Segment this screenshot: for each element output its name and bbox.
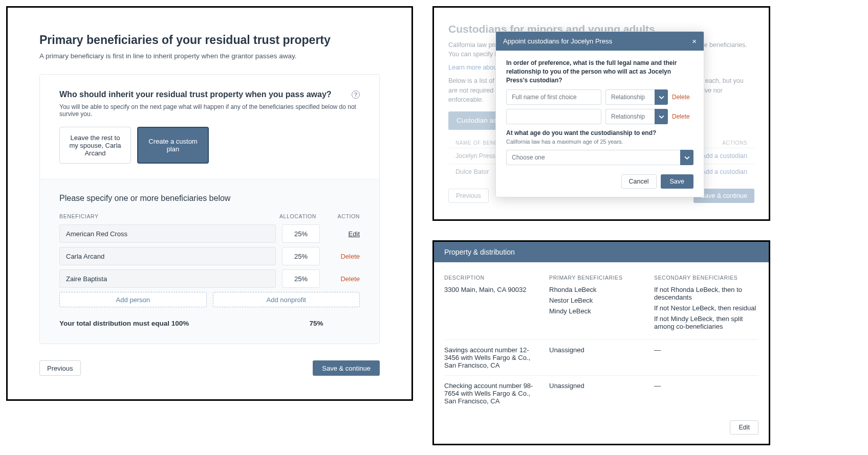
primary-cell: Unassigned bbox=[549, 382, 654, 405]
save-button[interactable]: Save bbox=[661, 174, 694, 189]
beneficiary-row: Edit bbox=[59, 224, 360, 243]
col-secondary: SECONDARY BENEFICIARIES bbox=[654, 275, 758, 281]
appoint-custodian-modal: Appoint custodians for Jocelyn Press × I… bbox=[495, 31, 704, 197]
delete-link[interactable]: Delete bbox=[340, 253, 360, 260]
page-subtitle: A primary beneficiary is first in line t… bbox=[39, 52, 380, 60]
modal-question1: In order of preference, what is the full… bbox=[506, 59, 693, 84]
secondary-beneficiary: If not Nestor LeBeck, then residual bbox=[654, 304, 758, 312]
plan-leave-to-spouse[interactable]: Leave the rest to my spouse, Carla Arcan… bbox=[59, 127, 131, 164]
col-beneficiary: BENEFICIARY bbox=[59, 213, 276, 219]
chevron-down-icon[interactable] bbox=[655, 89, 668, 105]
second-choice-input[interactable] bbox=[506, 109, 601, 124]
secondary-cell: — bbox=[654, 346, 758, 369]
description-cell: 3300 Main, Main, CA 90032 bbox=[444, 286, 549, 333]
beneficiary-row: Delete bbox=[59, 269, 360, 288]
secondary-cell: — bbox=[654, 382, 758, 405]
col-allocation: ALLOCATION bbox=[276, 213, 320, 219]
allocation-input[interactable] bbox=[282, 269, 320, 288]
primary-beneficiary: Nestor LeBeck bbox=[549, 297, 647, 304]
delete-link[interactable]: Delete bbox=[340, 275, 360, 283]
help-icon[interactable]: ? bbox=[352, 90, 360, 99]
primary-cell: Rhonda LeBeckNestor LeBeckMindy LeBeck bbox=[549, 286, 654, 333]
modal-note: California law has a maximum age of 25 y… bbox=[506, 139, 693, 145]
page-title: Primary beneficiaries of your residual t… bbox=[39, 33, 380, 47]
chevron-down-icon[interactable] bbox=[655, 109, 668, 124]
property-row: Checking account number 98-7654 with Wel… bbox=[444, 375, 758, 411]
inherit-note: You will be able to specify on the next … bbox=[59, 103, 360, 118]
specify-heading: Please specify one or more beneficiaries… bbox=[59, 194, 360, 203]
property-row: 3300 Main, Main, CA 90032Rhonda LeBeckNe… bbox=[444, 286, 758, 339]
delete-row-link[interactable]: Delete bbox=[672, 94, 693, 101]
custodians-panel: Custodians for minors and young adults C… bbox=[432, 6, 770, 221]
close-icon[interactable]: × bbox=[692, 37, 697, 46]
col-description: DESCRIPTION bbox=[444, 275, 549, 281]
col-action: ACTION bbox=[320, 213, 360, 219]
beneficiaries-card: Who should inherit your residual trust p… bbox=[39, 74, 380, 344]
relationship-select[interactable]: Relationship bbox=[605, 89, 655, 105]
primary-beneficiary: Mindy LeBeck bbox=[549, 307, 647, 315]
plan-custom[interactable]: Create a custom plan bbox=[137, 127, 209, 164]
beneficiary-name-input[interactable] bbox=[59, 269, 276, 288]
modal-title: Appoint custodians for Jocelyn Press bbox=[503, 37, 612, 45]
age-select[interactable]: Choose one bbox=[506, 150, 680, 165]
property-distribution-panel: Property & distribution DESCRIPTION PRIM… bbox=[432, 240, 770, 445]
modal-question2: At what age do you want the custodianshi… bbox=[506, 129, 693, 136]
beneficiary-row: Delete bbox=[59, 247, 360, 265]
secondary-beneficiary: If not Rhonda LeBeck, then to descendant… bbox=[654, 286, 758, 301]
description-cell: Savings account number 12-3456 with Well… bbox=[444, 346, 549, 369]
inherit-question: Who should inherit your residual trust p… bbox=[59, 90, 352, 99]
primary-beneficiary: Unassigned bbox=[549, 382, 647, 390]
add-person-button[interactable]: Add person bbox=[59, 292, 207, 307]
secondary-beneficiary: If not Mindy LeBeck, then split among co… bbox=[654, 315, 758, 330]
beneficiary-name-input[interactable] bbox=[59, 224, 276, 243]
panel-header: Property & distribution bbox=[434, 242, 769, 262]
primary-cell: Unassigned bbox=[549, 346, 654, 369]
property-row: Savings account number 12-3456 with Well… bbox=[444, 339, 758, 375]
cancel-button[interactable]: Cancel bbox=[621, 174, 657, 189]
beneficiary-name-input[interactable] bbox=[59, 247, 276, 265]
col-primary: PRIMARY BENEFICIARIES bbox=[549, 275, 654, 281]
total-value: 75% bbox=[273, 320, 360, 327]
save-continue-button[interactable]: Save & continue bbox=[313, 360, 380, 376]
relationship-select[interactable]: Relationship bbox=[605, 109, 655, 124]
allocation-input[interactable] bbox=[282, 224, 320, 243]
previous-button[interactable]: Previous bbox=[448, 189, 489, 203]
secondary-beneficiary: — bbox=[654, 382, 758, 390]
delete-row-link[interactable]: Delete bbox=[672, 113, 693, 120]
add-nonprofit-button[interactable]: Add nonprofit bbox=[213, 292, 360, 307]
edit-link[interactable]: Edit bbox=[349, 230, 360, 238]
primary-beneficiary: Rhonda LeBeck bbox=[549, 286, 647, 293]
secondary-beneficiary: — bbox=[654, 346, 758, 354]
previous-button[interactable]: Previous bbox=[39, 360, 81, 376]
secondary-cell: If not Rhonda LeBeck, then to descendant… bbox=[654, 286, 758, 333]
primary-beneficiary: Unassigned bbox=[549, 346, 647, 354]
description-cell: Checking account number 98-7654 with Wel… bbox=[444, 382, 549, 405]
edit-button[interactable]: Edit bbox=[730, 420, 758, 435]
first-choice-input[interactable] bbox=[506, 89, 601, 105]
allocation-input[interactable] bbox=[282, 247, 320, 265]
beneficiaries-panel: Primary beneficiaries of your residual t… bbox=[6, 6, 413, 401]
total-label: Your total distribution must equal 100% bbox=[59, 320, 273, 327]
chevron-down-icon[interactable] bbox=[680, 150, 693, 165]
